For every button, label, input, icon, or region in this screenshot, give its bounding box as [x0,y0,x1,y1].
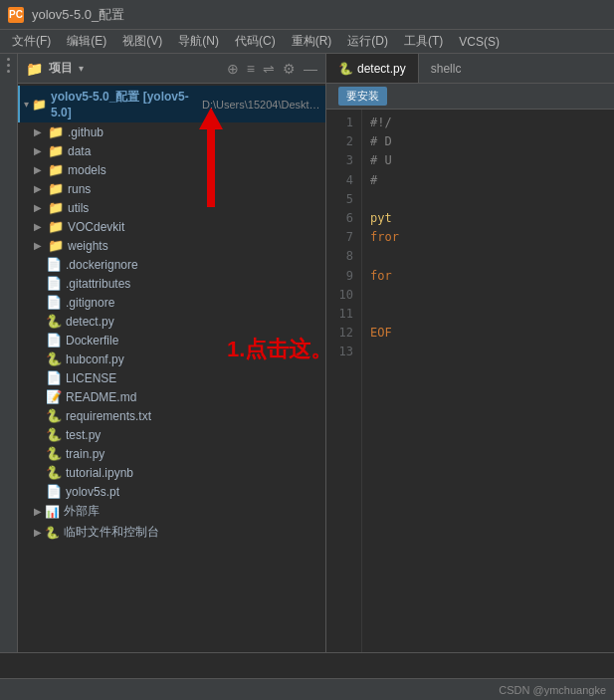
file-icon-tutorial: 🐍 [46,465,62,480]
status-text: CSDN @ymchuangke [499,684,606,696]
menu-edit[interactable]: 编辑(E) [59,31,114,52]
menu-run[interactable]: 运行(D) [339,31,396,52]
file-name-detect: detect.py [66,315,114,329]
line-num-10: 10 [334,286,353,305]
tree-file-license[interactable]: 📄 LICENSE [18,368,325,387]
tree-file-hubconf[interactable]: 🐍 hubconf.py [18,350,325,368]
folder-arrow: ▶ [34,145,44,156]
list-icon[interactable]: ≡ [247,61,255,77]
folder-arrow: ▶ [34,202,44,213]
file-icon-gitattributes: 📄 [46,276,62,291]
dot [7,58,10,61]
root-project-name: yolov5-5.0_配置 [yolov5-5.0] [51,89,196,119]
code-panel: 🐍 detect.py shellc 要安装 1 2 3 4 5 6 7 8 9 [326,54,614,700]
file-name-gitignore: .gitignore [66,296,114,310]
folder-icon-vocdevkit: 📁 [48,219,64,234]
sort-icon[interactable]: ⇌ [263,61,275,77]
code-line-13 [370,343,606,361]
file-icon-train: 🐍 [46,446,62,461]
folder-name-weights: weights [68,239,108,253]
code-line-10 [370,286,606,305]
line-num-2: 2 [334,132,353,151]
main-layout: 📁 项目 ▾ ⊕ ≡ ⇌ ⚙ — ▾ 📁 yolov5-5.0_配置 [yolo… [0,54,614,700]
file-icon-dockerfile: 📄 [46,333,62,348]
external-lib-item[interactable]: ▶ 📊 外部库 [18,501,325,522]
tab-detect-label: detect.py [357,62,406,76]
tree-root-item[interactable]: ▾ 📁 yolov5-5.0_配置 [yolov5-5.0] D:\Users\… [18,86,325,122]
code-line-6: pyt [370,209,606,228]
tree-file-detect[interactable]: 🐍 detect.py [18,312,325,331]
minimize-icon[interactable]: — [304,61,317,77]
menu-view[interactable]: 视图(V) [114,31,170,52]
code-line-5 [370,190,606,209]
bottom-panel [0,652,614,678]
folder-icon: 📁 [26,61,43,77]
menu-vcs[interactable]: VCS(S) [451,33,508,51]
settings-icon[interactable]: ⚙ [283,61,296,77]
file-name-tutorial: tutorial.ipynb [66,466,133,480]
install-button[interactable]: 要安装 [338,87,387,106]
folder-arrow: ▶ [34,221,44,232]
panel-dropdown-icon[interactable]: ▾ [79,63,84,74]
tree-folder-runs[interactable]: ▶ 📁 runs [18,179,325,198]
tree-file-dockerfile[interactable]: 📄 Dockerfile [18,331,325,350]
toolbar-strip: 要安装 [326,84,614,110]
tree-file-dockerignore[interactable]: 📄 .dockerignore [18,255,325,274]
tab-detect-py[interactable]: 🐍 detect.py [326,54,419,83]
tree-folder-vocdevkit[interactable]: ▶ 📁 VOCdevkit [18,217,325,236]
file-icon-hubconf: 🐍 [46,351,62,366]
project-tree: ▾ 📁 yolov5-5.0_配置 [yolov5-5.0] D:\Users\… [18,84,325,700]
line-num-1: 1 [334,114,353,132]
folder-icon-models: 📁 [48,162,64,177]
menu-navigate[interactable]: 导航(N) [170,31,227,52]
temp-files-item[interactable]: ▶ 🐍 临时文件和控制台 [18,522,325,543]
folder-arrow: ▶ [34,240,44,251]
menu-refactor[interactable]: 重构(R) [284,31,340,52]
tree-folder-weights[interactable]: ▶ 📁 weights [18,236,325,255]
line-num-3: 3 [334,151,353,170]
line-num-11: 11 [334,305,353,324]
tree-file-train[interactable]: 🐍 train.py [18,444,325,463]
file-name-hubconf: hubconf.py [66,352,124,366]
line-num-9: 9 [334,267,353,286]
file-name-yolov5s: yolov5s.pt [66,485,119,499]
tree-file-gitignore[interactable]: 📄 .gitignore [18,293,325,312]
globe-icon[interactable]: ⊕ [227,61,239,77]
tree-file-tutorial[interactable]: 🐍 tutorial.ipynb [18,463,325,482]
code-line-9: for [370,267,606,286]
file-name-train: train.py [66,447,104,461]
file-name-dockerfile: Dockerfile [66,334,118,348]
code-line-11 [370,305,606,324]
tree-file-requirements[interactable]: 🐍 requirements.txt [18,406,325,425]
file-name-dockerignore: .dockerignore [66,258,138,272]
status-bar: CSDN @ymchuangke [0,678,614,700]
tree-file-yolov5s[interactable]: 📄 yolov5s.pt [18,482,325,501]
tree-folder-data[interactable]: ▶ 📁 data [18,141,325,160]
folder-arrow: ▶ [34,164,44,175]
tree-folder-models[interactable]: ▶ 📁 models [18,160,325,179]
tree-file-readme[interactable]: 📝 README.md [18,387,325,406]
left-strip [0,54,18,700]
title-bar: PC yolov5-5.0_配置 [0,0,614,30]
line-num-5: 5 [334,190,353,209]
tree-file-gitattributes[interactable]: 📄 .gitattributes [18,274,325,293]
menu-file[interactable]: 文件(F) [4,31,59,52]
file-icon-readme: 📝 [46,389,62,404]
code-line-3: # U [370,151,606,170]
file-name-readme: README.md [66,390,136,404]
folder-name-runs: runs [68,182,91,196]
line-num-8: 8 [334,247,353,266]
tree-folder-github[interactable]: ▶ 📁 .github [18,122,325,141]
menu-tools[interactable]: 工具(T) [396,31,451,52]
line-num-12: 12 [334,324,353,343]
code-line-4: # [370,171,606,190]
menu-code[interactable]: 代码(C) [227,31,284,52]
panel-header: 📁 项目 ▾ ⊕ ≡ ⇌ ⚙ — [18,54,325,84]
line-num-7: 7 [334,228,353,247]
temp-files-label: 临时文件和控制台 [64,524,159,541]
tree-folder-utils[interactable]: ▶ 📁 utils [18,198,325,217]
project-panel: 📁 项目 ▾ ⊕ ≡ ⇌ ⚙ — ▾ 📁 yolov5-5.0_配置 [yolo… [18,54,326,700]
tree-file-test[interactable]: 🐍 test.py [18,425,325,444]
line-num-6: 6 [334,209,353,228]
tab-shell[interactable]: shellc [419,54,474,83]
